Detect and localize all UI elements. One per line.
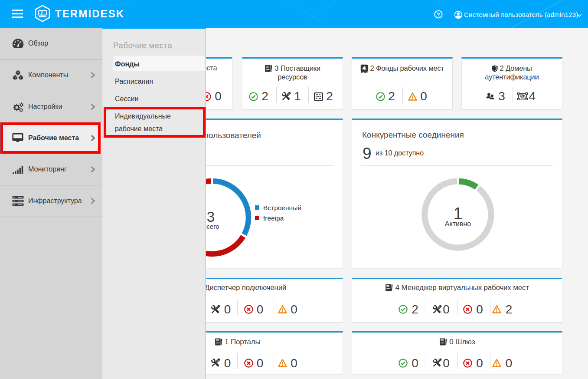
svg-text:?: ? [437, 11, 440, 18]
